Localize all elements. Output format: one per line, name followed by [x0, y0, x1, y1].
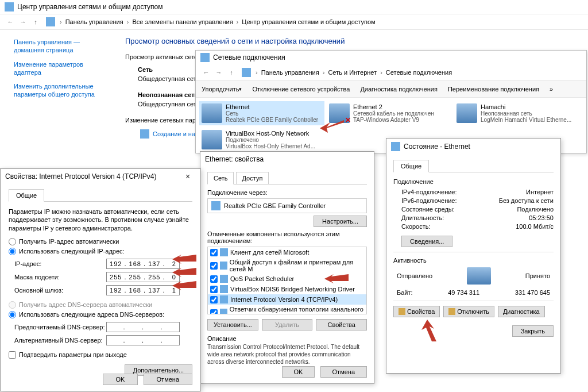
- mask-label: Маска подсети:: [14, 274, 106, 280]
- cancel-button[interactable]: Отмена: [144, 374, 192, 385]
- disable-button[interactable]: Отключить: [443, 306, 494, 317]
- install-button[interactable]: Установить...: [207, 319, 258, 330]
- window-icon: [200, 53, 210, 62]
- dns1-label: Предпочитаемый DNS-сервер:: [14, 324, 106, 330]
- ok-button[interactable]: OK: [103, 374, 138, 385]
- dns1-input[interactable]: [106, 322, 180, 332]
- close-button[interactable]: Закрыть: [512, 325, 554, 337]
- breadcrumb-item[interactable]: Сетевые подключения: [386, 69, 452, 76]
- component-item[interactable]: VirtualBox NDIS6 Bridged Networking Driv…: [208, 284, 366, 294]
- window-title: Состояние - Ethernet: [404, 143, 470, 151]
- component-item[interactable]: Клиент для сетей Microsoft: [208, 247, 366, 258]
- component-checkbox[interactable]: [210, 275, 218, 283]
- component-item[interactable]: Internet Protocol Version 4 (TCP/IPv4): [208, 294, 366, 305]
- gateway-input[interactable]: [106, 285, 180, 295]
- nav-home[interactable]: Панель управления — домашняя страница: [14, 38, 100, 55]
- ethernet-status-window: Состояние - Ethernet Общие Подключение I…: [386, 138, 561, 374]
- configure-button[interactable]: Настроить...: [314, 216, 367, 227]
- control-panel-icon: [46, 17, 55, 26]
- back-button[interactable]: ←: [200, 67, 212, 78]
- connection-name: Hamachi: [481, 103, 571, 110]
- description-text: Transmission Control Protocol/Internet P…: [207, 343, 367, 366]
- tutorial-arrow: [172, 268, 196, 278]
- component-name: VirtualBox NDIS6 Bridged Networking Driv…: [230, 286, 355, 293]
- title-bar: Ethernet: свойства: [200, 152, 374, 167]
- window-title: Центр управления сетями и общим доступом: [17, 3, 163, 11]
- adapter-icon: [202, 130, 222, 149]
- connection-name: Ethernet 2: [353, 103, 434, 110]
- activity-row: Отправлено Принято: [397, 267, 550, 285]
- connect-via-label: Подключение через:: [207, 189, 367, 196]
- tab-general[interactable]: Общие: [393, 160, 429, 172]
- shield-icon: [399, 308, 405, 315]
- page-heading: Просмотр основных сведений о сети и наст…: [125, 37, 577, 45]
- breadcrumb-item[interactable]: Панель управления: [65, 18, 123, 25]
- diagnose-connection[interactable]: Диагностика подключения: [360, 86, 437, 93]
- sent-value: 49 734 311: [448, 289, 479, 296]
- organize-menu[interactable]: Упорядочить: [202, 86, 242, 93]
- confirm-checkbox[interactable]: Подтвердить параметры при выходе: [9, 351, 192, 359]
- component-checkbox[interactable]: [210, 296, 218, 303]
- disable-device[interactable]: Отключение сетевого устройства: [252, 86, 350, 93]
- adapter-field: Realtek PCIe GBE Family Controller: [207, 198, 367, 213]
- connection-item[interactable]: Ethernet 2Сетевой кабель не подключенTAP…: [327, 101, 452, 125]
- radio-manual-dns[interactable]: Использовать следующие адреса DNS-сервер…: [9, 311, 192, 318]
- component-item[interactable]: Ответчик обнаружения топологии канальног…: [208, 305, 366, 314]
- connection-item[interactable]: VirtualBox Host-Only NetworkПодключеноVi…: [199, 128, 324, 152]
- component-checkbox[interactable]: [210, 309, 218, 315]
- radio-manual-ip[interactable]: Использовать следующий IP-адрес:: [9, 248, 192, 255]
- breadcrumb-item[interactable]: Центр управления сетями и общим доступом: [242, 18, 375, 25]
- breadcrumb-item[interactable]: Все элементы панели управления: [132, 18, 233, 25]
- remove-button[interactable]: Удалить: [262, 319, 313, 330]
- connection-item[interactable]: HamachiНеопознанная сетьLogMeIn Hamachi …: [454, 101, 579, 125]
- component-checkbox[interactable]: [210, 262, 218, 270]
- dns2-input[interactable]: [106, 335, 180, 345]
- mask-input[interactable]: [106, 272, 180, 282]
- back-button[interactable]: ←: [5, 16, 16, 28]
- setup-icon: [140, 129, 149, 139]
- gateway-label: Основной шлюз:: [14, 287, 106, 294]
- component-properties-button[interactable]: Свойства: [316, 319, 367, 330]
- tab-network[interactable]: Сеть: [207, 172, 234, 185]
- breadcrumb-item[interactable]: Сеть и Интернет: [328, 69, 377, 76]
- dns2-label: Альтернативный DNS-сервер:: [14, 337, 106, 344]
- ip-input[interactable]: [106, 259, 180, 269]
- help-text: Параметры IP можно назначать автоматичес…: [9, 207, 192, 232]
- component-checkbox[interactable]: [210, 286, 218, 293]
- component-checkbox[interactable]: [210, 249, 218, 256]
- bytes-label: Байт:: [397, 289, 413, 296]
- status-row: Длительность:05:23:50: [401, 214, 554, 221]
- connection-status: Сетевой кабель не подключен: [353, 110, 434, 117]
- properties-button[interactable]: Свойства: [393, 306, 440, 317]
- title-bar: Свойства: Internet Protocol Version 4 (T…: [1, 169, 200, 184]
- connection-status: Сеть: [226, 110, 318, 117]
- nav-adapter-settings[interactable]: Изменение параметров адаптера: [14, 60, 100, 77]
- tutorial-arrow: [324, 274, 349, 285]
- radio-auto-ip[interactable]: Получить IP-адрес автоматически: [9, 238, 192, 245]
- diagnose-button[interactable]: Диагностика: [498, 306, 545, 317]
- status-row: IPv6-подключение:Без доступа к сети: [401, 197, 554, 204]
- nav-advanced-sharing[interactable]: Изменить дополнительные параметры общего…: [14, 82, 100, 99]
- tab-general[interactable]: Общие: [9, 189, 44, 202]
- component-item[interactable]: Общий доступ к файлам и принтерам для се…: [208, 258, 366, 274]
- tab-access[interactable]: Доступ: [236, 172, 269, 185]
- close-icon[interactable]: ×: [180, 172, 196, 181]
- cancel-button[interactable]: Отмена: [320, 366, 367, 378]
- status-row: Состояние среды:Подключено: [401, 206, 554, 213]
- details-button[interactable]: Сведения...: [401, 236, 452, 247]
- ok-button[interactable]: OK: [282, 366, 315, 378]
- connection-name: VirtualBox Host-Only Network: [226, 130, 315, 137]
- sent-label: Отправлено: [397, 272, 432, 279]
- forward-button[interactable]: →: [17, 16, 29, 28]
- up-button[interactable]: ↑: [226, 67, 237, 78]
- adapter-icon: [457, 103, 477, 123]
- recv-value: 331 470 645: [515, 289, 550, 296]
- rename-connection[interactable]: Переименование подключения: [448, 86, 539, 93]
- shield-icon: [448, 308, 455, 315]
- breadcrumb-bar: ← → ↑ › Панель управления › Все элементы…: [0, 14, 588, 30]
- up-button[interactable]: ↑: [30, 16, 41, 28]
- breadcrumb-item[interactable]: Панель управления: [261, 69, 319, 76]
- forward-button[interactable]: →: [213, 67, 225, 78]
- more-menu[interactable]: »: [550, 86, 553, 93]
- connection-item[interactable]: EthernetСетьRealtek PCIe GBE Family Cont…: [199, 101, 324, 125]
